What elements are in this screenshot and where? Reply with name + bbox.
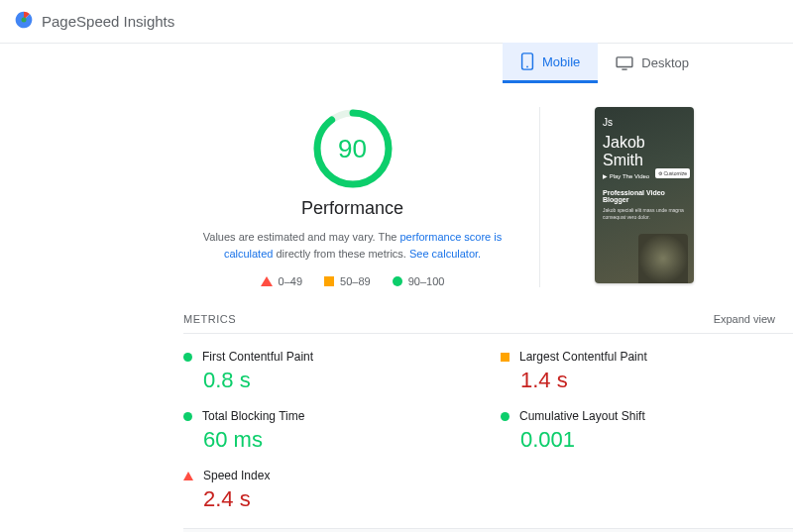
preview-tag: ⚙ Customize <box>655 168 690 178</box>
metric-tbt-value: 60 ms <box>203 427 493 453</box>
svg-point-2 <box>526 66 528 68</box>
triangle-icon <box>183 472 193 480</box>
circle-icon <box>183 412 192 421</box>
metric-lcp: Largest Contentful Paint 1.4 s <box>501 340 778 399</box>
summary-row: 90 Performance Values are estimated and … <box>183 107 793 287</box>
square-icon <box>501 353 510 362</box>
phone-frame: Js Jakob Smith ▶ Play The Video ⚙ Custom… <box>595 107 694 283</box>
capture-info: Captured at Dec 4, 2023, 8:13 PM GMT+13 … <box>183 528 793 532</box>
svg-point-0 <box>22 18 27 23</box>
metric-fcp-label: First Contentful Paint <box>202 350 313 364</box>
tab-mobile-label: Mobile <box>542 54 580 69</box>
legend-avg: 50–89 <box>324 275 371 287</box>
metric-lcp-label: Largest Contentful Paint <box>519 350 647 364</box>
svg-rect-3 <box>617 56 632 66</box>
app-title: PageSpeed Insights <box>42 13 174 30</box>
tab-desktop[interactable]: Desktop <box>598 43 707 83</box>
score-title: Performance <box>183 198 521 219</box>
metric-cls: Cumulative Layout Shift 0.001 <box>501 399 778 459</box>
content: 90 Performance Values are estimated and … <box>0 83 793 532</box>
metric-fcp-value: 0.8 s <box>203 368 493 393</box>
preview-logo: Js <box>603 117 686 128</box>
score-disclaimer: Values are estimated and may vary. The p… <box>194 229 511 262</box>
circle-icon <box>501 412 510 421</box>
metric-si-label: Speed Index <box>203 469 270 482</box>
metric-cls-value: 0.001 <box>520 427 770 453</box>
legend-pass: 90–100 <box>393 275 445 287</box>
score-box: 90 Performance Values are estimated and … <box>183 107 540 287</box>
metrics-grid: First Contentful Paint 0.8 s Largest Con… <box>183 333 793 528</box>
disclaimer-link-2[interactable]: See calculator. <box>409 248 481 260</box>
metrics-header: METRICS Expand view <box>183 313 781 325</box>
circle-icon <box>393 276 402 286</box>
disclaimer-pre: Values are estimated and may vary. The <box>203 231 400 243</box>
metric-lcp-value: 1.4 s <box>520 368 770 393</box>
preview-subtitle: Professional Video Blogger <box>603 189 686 203</box>
circle-icon <box>183 353 192 362</box>
logo-wrap: PageSpeed Insights <box>14 10 174 33</box>
square-icon <box>324 276 334 286</box>
metric-cls-label: Cumulative Layout Shift <box>519 409 645 423</box>
top-bar: PageSpeed Insights <box>0 0 793 44</box>
legend-fail: 0–49 <box>261 275 302 287</box>
page-preview: Js Jakob Smith ▶ Play The Video ⚙ Custom… <box>540 107 788 283</box>
disclaimer-mid: directly from these metrics. <box>273 248 409 260</box>
metric-si: Speed Index 2.4 s <box>183 459 501 518</box>
score-gauge: 90 <box>311 107 395 190</box>
metric-tbt-label: Total Blocking Time <box>202 409 304 423</box>
score-value: 90 <box>338 134 367 164</box>
expand-view-link[interactable]: Expand view <box>714 313 775 325</box>
metric-fcp: First Contentful Paint 0.8 s <box>183 340 501 399</box>
score-legend: 0–49 50–89 90–100 <box>183 275 521 287</box>
desktop-icon <box>616 56 633 70</box>
preview-name: Jakob Smith <box>603 134 686 168</box>
metric-tbt: Total Blocking Time 60 ms <box>183 399 501 459</box>
triangle-icon <box>261 276 273 286</box>
device-tabs: Mobile Desktop <box>0 43 793 83</box>
tab-desktop-label: Desktop <box>641 55 689 70</box>
preview-photo <box>638 234 688 283</box>
preview-desc: Jakob speciali elit mass unde magna cons… <box>603 207 686 220</box>
metric-si-value: 2.4 s <box>203 486 493 512</box>
tab-mobile[interactable]: Mobile <box>503 43 598 83</box>
mobile-icon <box>520 53 534 70</box>
metrics-heading: METRICS <box>183 313 236 325</box>
psi-logo-icon <box>14 10 34 33</box>
phone-inner: Js Jakob Smith ▶ Play The Video ⚙ Custom… <box>595 107 694 230</box>
